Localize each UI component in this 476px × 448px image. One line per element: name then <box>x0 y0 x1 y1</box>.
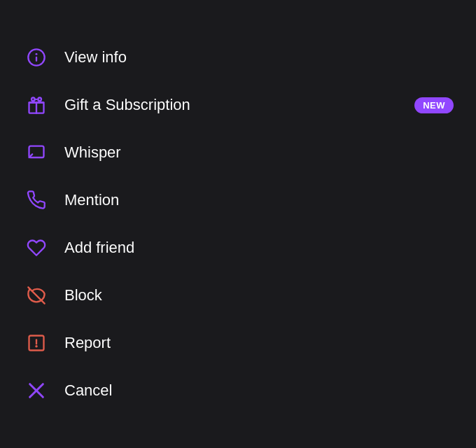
menu-item-whisper[interactable]: Whisper <box>0 129 476 176</box>
menu-item-block[interactable]: Block <box>0 272 476 319</box>
menu-label-report: Report <box>64 334 111 352</box>
x-icon <box>22 377 50 405</box>
report-icon <box>22 329 50 357</box>
menu-item-add-friend[interactable]: Add friend <box>0 224 476 272</box>
menu-label-block: Block <box>64 286 102 304</box>
heart-icon <box>22 234 50 262</box>
menu-item-gift-subscription[interactable]: Gift a Subscription NEW <box>0 81 476 129</box>
menu-item-report[interactable]: Report <box>0 319 476 367</box>
phone-icon <box>22 186 50 214</box>
menu-label-add-friend: Add friend <box>64 239 134 257</box>
menu-item-mention[interactable]: Mention <box>0 176 476 224</box>
menu-label-mention: Mention <box>64 191 119 209</box>
chat-icon <box>22 139 50 167</box>
info-icon <box>22 43 50 71</box>
context-menu: View info Gift a Subscription NEW Whispe… <box>0 27 476 421</box>
svg-point-7 <box>38 98 41 102</box>
svg-point-6 <box>31 98 35 102</box>
menu-label-view-info: View info <box>64 48 127 66</box>
menu-label-gift-subscription: Gift a Subscription <box>64 96 190 114</box>
new-badge: NEW <box>414 97 454 113</box>
block-icon <box>22 281 50 309</box>
menu-item-cancel[interactable]: Cancel <box>0 367 476 414</box>
menu-label-whisper: Whisper <box>64 144 121 162</box>
menu-item-view-info[interactable]: View info <box>0 34 476 81</box>
menu-label-cancel: Cancel <box>64 382 112 400</box>
gift-icon <box>22 91 50 119</box>
